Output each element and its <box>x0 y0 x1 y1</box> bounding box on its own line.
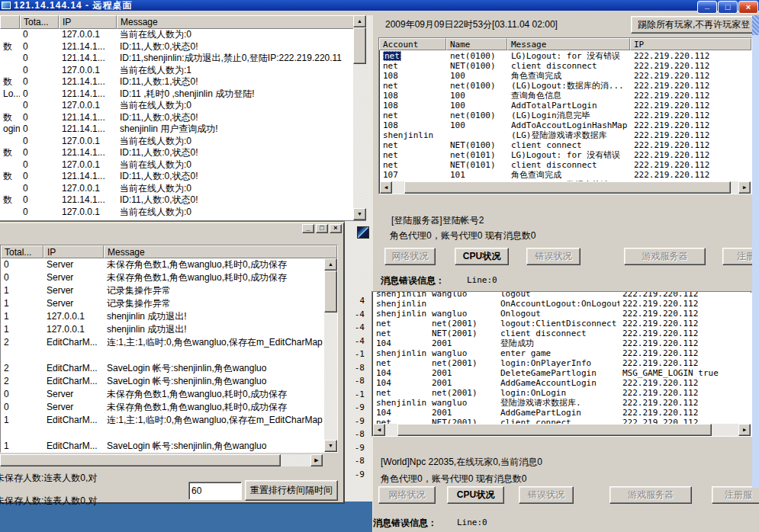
table-row[interactable]: 108100AddTotalPartLogin222.219.220.112 <box>380 101 751 111</box>
column-header-message[interactable]: Message <box>117 15 366 29</box>
table-row[interactable]: netnet(2001)login:OnPlayerInfo222.219.22… <box>373 358 751 368</box>
scrollbar-thumb[interactable] <box>353 27 366 64</box>
column-header-message[interactable]: Message <box>104 245 337 258</box>
table-row[interactable]: 1Server记录集操作异常 <box>1 297 324 310</box>
interval-input[interactable] <box>188 482 242 500</box>
table-row[interactable]: shenjinlinOnAccountLogout:OnLogout222.21… <box>373 299 751 309</box>
table-row[interactable]: netnet(0100)(LG)Login消息完毕222.219.220.112 <box>380 111 751 120</box>
cpu-status-button[interactable]: CPU状况 <box>447 486 504 504</box>
cpu-status-button[interactable]: CPU状况 <box>455 248 509 265</box>
table-row[interactable]: 2EditCharM...SaveLogin 帐号:shenjinlin,角色w… <box>1 362 324 375</box>
table-row[interactable]: netnet(2001)login:OnLogin222.219.220.112 <box>373 388 751 398</box>
scroll-left-icon[interactable]: ◀ <box>373 424 385 436</box>
table-row[interactable]: ogin0121.14.1...shenjinlin 用户查询成功! <box>0 123 353 136</box>
table-row[interactable]: netnet(0100)(LG)Logout:数据库的消...222.219.2… <box>380 81 751 91</box>
column-header-total[interactable]: Tota... <box>20 15 59 29</box>
table-row[interactable]: 1042001AddGamePartLogin222.219.220.112 <box>373 408 751 418</box>
table-row[interactable]: netNET(2001)client disconnect222.219.220… <box>373 328 751 338</box>
scrollbar-thumb[interactable] <box>0 454 281 466</box>
table-row[interactable]: 0Server未保存角色数1,角色wangluo,耗时0,成功保存 <box>1 401 324 414</box>
scroll-up-icon[interactable]: ▲ <box>353 15 366 27</box>
table-row[interactable]: netnet(2001)logout:ClientDisconnect222.2… <box>373 319 751 328</box>
table-row[interactable]: shenjinlinwangluo登陆游戏请求数据库.222.219.220.1… <box>373 398 751 408</box>
table-row[interactable]: 108100角色查询完成222.219.220.112 <box>380 71 751 81</box>
table-row[interactable]: netNET(2001)client connect222.219.220.11… <box>373 418 751 424</box>
column-header-ip[interactable]: IP <box>630 38 751 50</box>
vertical-scrollbar[interactable]: ▲ ▼ <box>353 15 366 220</box>
table-row[interactable]: 108100查询角色信息222.219.220.112 <box>380 91 751 101</box>
table-row[interactable]: shenjinlin(LG)登陆游戏请求数据库222.219.220.112 <box>380 130 751 140</box>
table-row[interactable]: 0127.0.0.1当前在线人数为:0 <box>0 29 353 41</box>
scrollbar-thumb[interactable] <box>404 181 731 194</box>
table-row[interactable]: 0Server未保存角色数1,角色wangluo,耗时0,成功保存 <box>1 258 324 271</box>
minimize-button[interactable]: _ <box>697 1 717 14</box>
desktop-icon[interactable] <box>357 226 369 239</box>
table-row[interactable]: 0121.14.1...ID:11,shenjinlin:成功退出,禁止0,登陆… <box>0 53 353 65</box>
scroll-up-icon[interactable]: ▲ <box>324 258 337 271</box>
kick-all-players-button[interactable]: 踢除所有玩家,不再许玩家登 <box>631 16 759 34</box>
table-row[interactable] <box>1 427 324 440</box>
table-row[interactable]: netnet(0100)LG)Logout: for 没有错误222.219.2… <box>380 51 751 61</box>
table-row[interactable]: 1127.0.0.1shenjinlin 成功退出! <box>1 310 324 323</box>
table-row[interactable]: 数0121.14.1...ID:11,人数:0,状态0! <box>0 171 353 183</box>
table-row[interactable]: 1042001AddGameAccountLogin222.219.220.11… <box>373 378 751 388</box>
table-row[interactable]: 107101角色查询完成222.219.220.112 <box>380 170 751 180</box>
vertical-scrollbar[interactable]: ▲ ▼ <box>324 258 337 452</box>
table-row[interactable]: shenjinlinwangluoenter game222.219.220.1… <box>373 348 751 358</box>
table-row[interactable]: 1042001登陆成功222.219.220.112 <box>373 338 751 348</box>
table-row[interactable]: Lo...0121.14.1...ID:11 ,耗时0 ,shenjinlin … <box>0 88 353 101</box>
table-row[interactable]: shenjinlinwangluologout222.219.220.112 <box>373 291 751 299</box>
table-row[interactable]: netNET(0100)client connect222.219.220.11… <box>380 140 751 150</box>
table-row[interactable]: 2EditCharM...SaveLogin 帐号:shenjinlin,角色w… <box>1 375 324 388</box>
table-row[interactable]: 0127.0.0.1当前在线人数为:0 <box>0 183 353 195</box>
column-header-total[interactable]: Total... <box>1 245 43 258</box>
table-row[interactable]: 1127.0.0.1shenjinlin 成功退出! <box>1 323 324 336</box>
table-row[interactable]: netNET(0101)client disconnect222.219.220… <box>380 160 751 170</box>
table-row[interactable]: 1EditCharM...连:1,主:1,临时:0,角色wangluo,保存在m… <box>1 414 324 427</box>
error-status-button[interactable]: 错误状况 <box>526 248 581 265</box>
maximize-button[interactable]: □ <box>316 224 328 233</box>
network-status-button[interactable]: 网络状况 <box>378 486 436 504</box>
game-server-button[interactable]: 游戏服务器 <box>624 248 706 265</box>
horizontal-scrollbar[interactable]: ◀ ▶ <box>373 424 751 436</box>
table-row[interactable]: netNET(0100)client disconnect222.219.220… <box>380 61 751 71</box>
table-row[interactable]: 数0121.14.1...ID:11,人数:0,状态0! <box>0 112 353 124</box>
scroll-right-icon[interactable]: ▶ <box>738 181 751 194</box>
table-row[interactable] <box>1 349 324 362</box>
table-row[interactable]: 0127.0.0.1当前在线人数为:0 <box>0 159 353 171</box>
table-row[interactable]: 0127.0.0.1当前在线人数为:1 <box>0 65 353 77</box>
table-row[interactable]: 0Server未保存角色数1,角色wangluo,耗时0,成功保存 <box>1 271 324 284</box>
horizontal-scrollbar[interactable]: ◀ ▶ <box>380 181 751 194</box>
table-row[interactable]: 0Server未保存角色数1,角色wangluo,耗时0,成功保存 <box>1 388 324 401</box>
scrollbar-thumb[interactable] <box>324 271 337 312</box>
table-row[interactable]: shenjinlinwangluoOnlogout222.219.220.112 <box>373 309 751 319</box>
column-header-ip[interactable]: IP <box>43 245 104 258</box>
table-row[interactable]: 0127.0.0.1当前在线人数为:0 <box>0 207 353 219</box>
error-status-button[interactable]: 错误状况 <box>519 486 574 504</box>
table-row[interactable]: 数0121.14.1...ID:11,人数:0,状态0! <box>0 147 353 159</box>
game-server-button[interactable]: 游戏服务器 <box>609 486 692 504</box>
column-header-name[interactable]: Name <box>446 38 507 50</box>
scroll-left-icon[interactable]: ◀ <box>380 181 392 194</box>
outer-vertical-scrollbar[interactable] <box>752 15 759 488</box>
scroll-right-icon[interactable]: ▶ <box>738 424 751 436</box>
table-row[interactable]: 1Server记录集操作异常 <box>1 284 324 297</box>
network-status-button[interactable]: 网络状况 <box>384 248 436 265</box>
column-header-account[interactable]: Account <box>379 38 446 50</box>
table-row[interactable]: 数0121.14.1...ID:11,人数:0,状态0! <box>0 41 353 53</box>
scrollbar-thumb[interactable] <box>397 424 712 436</box>
scroll-down-icon[interactable]: ▼ <box>324 440 337 452</box>
table-row[interactable]: 数0121.14.1...ID:11,人数:0,状态0! <box>0 194 353 207</box>
scroll-right-icon[interactable]: ▶ <box>310 454 323 466</box>
table-row[interactable]: 1EditCharM...SaveLogin 帐号:shenjinlin,角色w… <box>1 440 324 452</box>
column-header[interactable] <box>0 15 20 29</box>
table-row[interactable]: 1042001DeleteGamePartloginMSG_GAME_LOGIN… <box>373 368 751 378</box>
register-server-button[interactable]: 注册服 <box>712 486 759 504</box>
horizontal-scrollbar[interactable]: ▶ <box>0 454 323 466</box>
scrollbar-thumb[interactable] <box>752 15 759 35</box>
close-button[interactable]: × <box>738 1 758 14</box>
minimize-button[interactable]: _ <box>302 224 314 233</box>
column-header-ip[interactable]: IP <box>59 15 117 29</box>
close-button[interactable]: × <box>330 224 342 233</box>
selected-cell[interactable]: net <box>383 51 401 61</box>
